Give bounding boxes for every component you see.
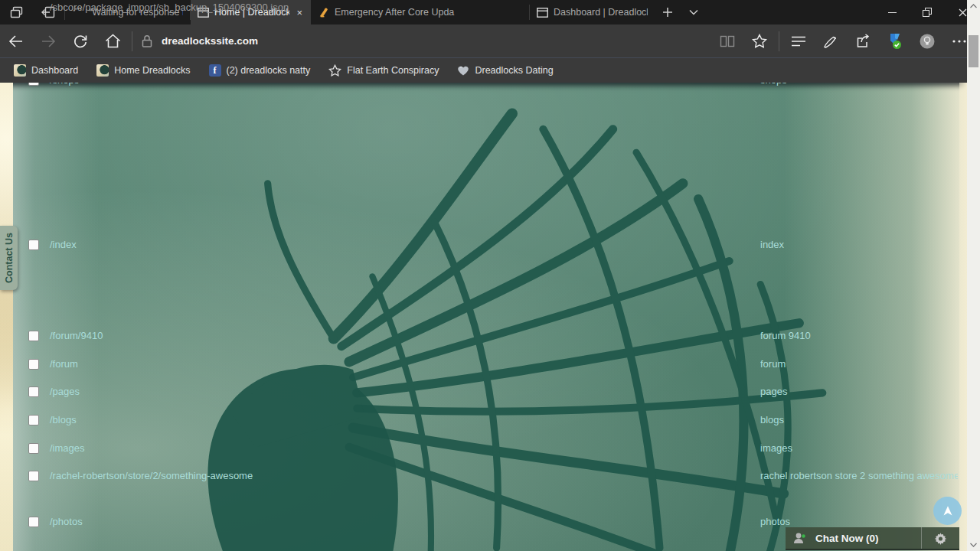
reading-view-button[interactable] (711, 28, 743, 55)
row-path-link[interactable]: /pages (50, 386, 80, 397)
browser-tab[interactable]: Emergency After Core Upda (311, 0, 529, 24)
tab-title: Dashboard | Dreadlocks Na (554, 7, 648, 18)
favorite-item[interactable]: Dashboard (6, 60, 86, 80)
contact-us-tab[interactable]: Contact Us (0, 226, 18, 290)
row-title-label: pages (760, 386, 958, 397)
tab-close-icon[interactable]: × (295, 7, 304, 18)
share-button[interactable] (847, 28, 879, 55)
row-title-label: forum (760, 358, 958, 370)
back-button[interactable] (0, 28, 32, 55)
heart-icon (457, 65, 469, 76)
row-checkbox[interactable] (28, 471, 39, 481)
favorite-label: Dashboard (31, 65, 78, 76)
minimize-icon (888, 12, 897, 13)
home-icon (105, 34, 121, 48)
chevron-down-icon (689, 9, 698, 15)
lock-icon[interactable] (142, 34, 152, 47)
add-favorite-button[interactable] (743, 28, 776, 55)
row-checkbox[interactable] (28, 386, 39, 397)
close-icon (959, 8, 967, 17)
row-checkbox[interactable] (28, 331, 39, 341)
refresh-icon (73, 34, 88, 49)
page-favicon-icon (537, 8, 548, 18)
tab-list-dropdown-button[interactable] (681, 0, 707, 24)
emergency-site-favicon (318, 7, 329, 18)
row-title-label: index (760, 239, 958, 250)
gear-icon (934, 532, 947, 545)
scrollbar-down-arrow[interactable] (970, 539, 977, 551)
row-path-link[interactable]: /images (50, 442, 85, 454)
restore-button[interactable] (910, 0, 945, 24)
facebook-icon: f (209, 64, 221, 77)
web-note-button[interactable] (815, 28, 847, 55)
plus-icon (663, 8, 672, 17)
site-photo-favicon (96, 64, 109, 77)
toolbar-right-icons (711, 28, 980, 55)
new-tab-button[interactable] (655, 0, 681, 24)
page-scrollbar[interactable] (967, 0, 980, 551)
favorite-item[interactable]: Dreadlocks Dating (449, 60, 560, 80)
share-icon (855, 34, 871, 48)
scroll-to-top-button[interactable] (933, 497, 962, 525)
row-checkbox[interactable] (28, 415, 39, 425)
row-checkbox[interactable] (28, 240, 39, 250)
row-path-link[interactable]: /forum/9410 (50, 330, 103, 341)
tab-preview-button[interactable] (0, 0, 32, 24)
favorite-item[interactable]: f(2) dreadlocks natty (201, 60, 318, 80)
ellipsis-icon (952, 40, 966, 43)
suggestions-button[interactable] (911, 28, 943, 55)
favorite-label: Flat Earth Conspiracy (347, 65, 439, 76)
address-bar[interactable]: dreadlockssite.com/sbcore/package_import… (136, 28, 711, 54)
minimize-button[interactable] (874, 0, 910, 24)
import-row: /blogsblogs (0, 412, 980, 428)
pen-icon (823, 34, 838, 48)
star-icon (328, 64, 341, 77)
reading-view-icon (720, 35, 735, 47)
scrollbar-up-arrow[interactable] (970, 0, 977, 12)
favorite-item[interactable]: Home Dreadlocks (89, 60, 198, 80)
hub-button[interactable] (782, 28, 815, 55)
browser-tab[interactable]: Dashboard | Dreadlocks Na (530, 0, 655, 24)
window-controls (874, 0, 980, 24)
row-checkbox[interactable] (28, 443, 39, 454)
row-title-label: images (760, 442, 958, 454)
contact-us-label: Contact Us (4, 233, 15, 283)
row-path-link[interactable]: /rachel-robertson/store/2/something-awes… (50, 470, 253, 481)
protection-extension-button[interactable] (879, 28, 911, 55)
url-text[interactable]: dreadlockssite.com/sbcore/package_import… (162, 35, 258, 47)
row-path-link[interactable]: /forum (50, 358, 78, 370)
row-title-label: forum 9410 (760, 330, 958, 341)
scrollbar-thumb[interactable] (969, 35, 978, 67)
toolbar-separator-2 (779, 31, 779, 51)
site-photo-favicon (14, 64, 26, 77)
star-icon (752, 34, 767, 48)
row-checkbox[interactable] (28, 83, 39, 86)
import-row: /indexindex (0, 237, 980, 253)
row-checkbox[interactable] (28, 359, 39, 370)
row-title-label: photos (760, 516, 958, 527)
forward-icon (41, 34, 56, 48)
chat-person-icon (792, 532, 809, 544)
row-checkbox[interactable] (28, 517, 39, 527)
refresh-button[interactable] (64, 28, 96, 55)
hub-lines-icon (791, 36, 806, 47)
import-row: /pagespages (0, 384, 980, 399)
page-content: Contact Us /shopsshops/indexindex/forum/… (0, 83, 980, 551)
chat-settings-button[interactable] (921, 527, 959, 549)
row-title-label: rachel robertson store 2 something aweso… (760, 470, 958, 481)
row-path-link[interactable]: /blogs (50, 414, 77, 425)
home-button[interactable] (96, 28, 129, 55)
row-path-link[interactable]: /index (50, 239, 77, 250)
row-path-link[interactable]: /shops (50, 83, 79, 86)
ribbon-check-badge-icon (887, 33, 903, 50)
favorite-item[interactable]: Flat Earth Conspiracy (321, 60, 446, 80)
row-path-link[interactable]: /photos (50, 516, 83, 527)
import-row: /forumforum (0, 357, 980, 372)
tab-title: Emergency After Core Upda (335, 7, 522, 18)
favorite-label: Home Dreadlocks (114, 65, 190, 76)
chat-now-label: Chat Now (0) (815, 533, 879, 544)
url-domain: dreadlockssite.com (162, 35, 258, 47)
forward-button[interactable] (32, 28, 64, 55)
import-row: /shopsshops (0, 83, 980, 88)
chat-now-bar[interactable]: Chat Now (0) (786, 527, 959, 550)
